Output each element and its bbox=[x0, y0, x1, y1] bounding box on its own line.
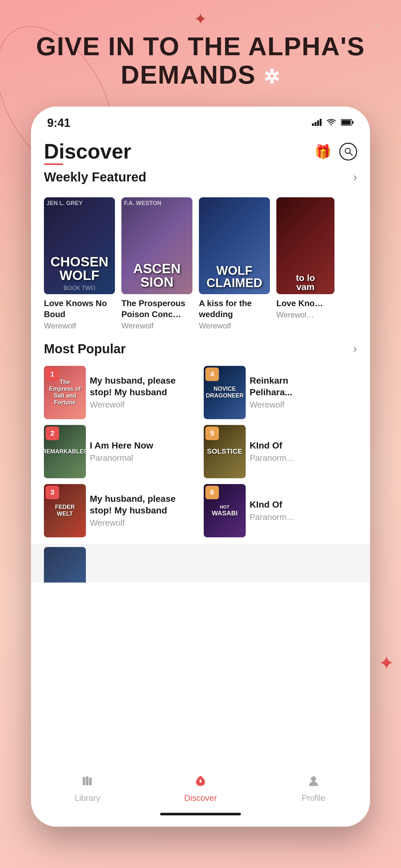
status-bar: 9:41 bbox=[31, 106, 370, 133]
popular-title-3: My husband, please stop! My husband bbox=[90, 493, 197, 517]
popular-item-3[interactable]: 3 FEDER WELT My husband, please stop! My… bbox=[44, 484, 197, 537]
most-popular-header: Most Popular › bbox=[44, 342, 357, 356]
most-popular-section: Most Popular › bbox=[31, 342, 370, 363]
featured-book-2-genre: Werewolf bbox=[121, 321, 192, 330]
book-cover-2: F.A. WESTON ASCENSION bbox=[121, 197, 192, 294]
signal-icon bbox=[312, 118, 321, 128]
featured-book-4-title: Love Kno… bbox=[276, 298, 335, 309]
popular-genre-2: Paranormal bbox=[90, 453, 197, 463]
popular-item-1[interactable]: 1 The Empress of Salt and Fortune My hus… bbox=[44, 366, 197, 419]
nav-library[interactable]: Library bbox=[31, 774, 144, 803]
weekly-featured-arrow[interactable]: › bbox=[353, 170, 357, 184]
svg-rect-9 bbox=[83, 777, 85, 785]
profile-icon bbox=[307, 774, 320, 790]
partial-book-cover bbox=[44, 547, 86, 583]
featured-book-2[interactable]: F.A. WESTON ASCENSION The Prosperous Poi… bbox=[121, 197, 192, 330]
popular-item-4[interactable]: 4 NOVICE DRAGONEER ReinkarnPelihara... W… bbox=[204, 366, 357, 419]
library-label: Library bbox=[74, 793, 100, 803]
popular-genre-4: Werewolf bbox=[250, 400, 357, 410]
featured-book-2-title: The Prosperous Poison Conc… bbox=[121, 298, 192, 320]
popular-genre-5: Paranorm… bbox=[250, 453, 357, 463]
svg-rect-10 bbox=[86, 776, 89, 785]
status-time: 9:41 bbox=[47, 116, 70, 130]
featured-book-4[interactable]: to lovam Love Kno… Werewol… bbox=[276, 197, 335, 330]
popular-info-2: I Am Here Now Paranormal bbox=[90, 440, 197, 463]
featured-book-1-genre: Werewolf bbox=[44, 321, 115, 330]
svg-rect-6 bbox=[352, 121, 353, 124]
svg-line-8 bbox=[350, 153, 352, 155]
nav-discover[interactable]: Discover bbox=[144, 774, 257, 803]
weekly-featured-title: Weekly Featured bbox=[44, 170, 146, 184]
rank-badge-1: 1 bbox=[45, 368, 59, 381]
wifi-icon bbox=[327, 118, 336, 128]
svg-rect-0 bbox=[312, 123, 314, 126]
home-indicator-area bbox=[31, 813, 370, 827]
app-header: Discover 🎁 bbox=[31, 133, 370, 170]
star-icon-bottom: ✦ bbox=[378, 652, 395, 674]
most-popular-title: Most Popular bbox=[44, 342, 126, 356]
featured-book-1[interactable]: JEN L. GREY CHOSENWOLF BOOK TWO Love Kno… bbox=[44, 197, 115, 330]
popular-info-4: ReinkarnPelihara... Werewolf bbox=[250, 375, 357, 410]
phone-frame: 9:41 bbox=[31, 106, 370, 827]
search-button[interactable] bbox=[339, 143, 357, 160]
popular-item-6[interactable]: 6 HOT WASABI KInd Of Paranorm… bbox=[204, 484, 357, 537]
featured-book-1-title: Love Knows No Boud bbox=[44, 298, 115, 320]
discover-icon bbox=[194, 774, 207, 790]
svg-rect-1 bbox=[314, 122, 316, 126]
star-icon-top: ✦ bbox=[194, 10, 207, 28]
featured-scroll-area[interactable]: JEN L. GREY CHOSENWOLF BOOK TWO Love Kno… bbox=[31, 197, 370, 338]
book-cover-3: WOLFCLAIMED bbox=[199, 197, 270, 294]
popular-genre-6: Paranorm… bbox=[250, 512, 357, 522]
nav-profile[interactable]: Profile bbox=[257, 774, 370, 803]
battery-icon bbox=[341, 118, 354, 128]
svg-rect-11 bbox=[89, 778, 92, 785]
book-cover-4: to lovam bbox=[276, 197, 335, 294]
popular-info-1: My husband, please stop! My husband Were… bbox=[90, 375, 197, 410]
weekly-featured-section: Weekly Featured › bbox=[31, 170, 370, 191]
page-title: Discover bbox=[44, 140, 131, 163]
featured-book-3[interactable]: WOLFCLAIMED A kiss for the wedding Werew… bbox=[199, 197, 270, 330]
popular-title-2: I Am Here Now bbox=[90, 440, 197, 452]
popular-title-6: KInd Of bbox=[250, 499, 357, 510]
svg-rect-5 bbox=[342, 120, 351, 125]
profile-label: Profile bbox=[302, 793, 326, 803]
svg-rect-2 bbox=[317, 120, 319, 126]
popular-item-5[interactable]: 5 SOLSTICE KInd Of Paranorm… bbox=[204, 425, 357, 478]
rank-badge-3: 3 bbox=[45, 486, 59, 499]
popular-title-1: My husband, please stop! My husband bbox=[90, 375, 197, 399]
bottom-nav: Library Discover Profile bbox=[31, 768, 370, 813]
svg-rect-3 bbox=[320, 119, 321, 126]
svg-rect-12 bbox=[199, 779, 202, 783]
popular-info-5: KInd Of Paranorm… bbox=[250, 440, 357, 463]
book-cover-1: JEN L. GREY CHOSENWOLF BOOK TWO bbox=[44, 197, 115, 294]
popular-title-4: ReinkarnPelihara... bbox=[250, 375, 357, 399]
rank-badge-4: 4 bbox=[205, 368, 219, 381]
hero-text: GIVE IN TO THE ALPHA'S DEMANDS ✲ bbox=[0, 32, 401, 89]
popular-row-3: 3 FEDER WELT My husband, please stop! My… bbox=[44, 484, 357, 537]
popular-row-2: 2 REMARKABLES I Am Here Now Paranormal 5 bbox=[44, 425, 357, 478]
home-indicator bbox=[160, 813, 241, 815]
popular-genre-3: Werewolf bbox=[90, 518, 197, 528]
featured-book-3-genre: Werewolf bbox=[199, 321, 270, 330]
partial-next-section bbox=[31, 544, 370, 583]
app-content: Discover 🎁 Weekly Featured › bbox=[31, 133, 370, 827]
popular-title-5: KInd Of bbox=[250, 440, 357, 452]
popular-items-container: 1 The Empress of Salt and Fortune My hus… bbox=[31, 366, 370, 537]
rank-badge-6: 6 bbox=[205, 486, 219, 499]
popular-info-3: My husband, please stop! My husband Were… bbox=[90, 493, 197, 528]
status-icons bbox=[312, 118, 354, 128]
popular-genre-1: Werewolf bbox=[90, 400, 197, 410]
discover-label: Discover bbox=[184, 793, 217, 803]
star-icon-right: ✦ bbox=[374, 20, 382, 31]
rank-badge-2: 2 bbox=[45, 427, 59, 440]
gift-icon[interactable]: 🎁 bbox=[314, 144, 331, 159]
rank-badge-5: 5 bbox=[205, 427, 219, 440]
spacer bbox=[31, 583, 370, 768]
most-popular-arrow[interactable]: › bbox=[353, 342, 357, 355]
featured-books-list: JEN L. GREY CHOSENWOLF BOOK TWO Love Kno… bbox=[44, 197, 357, 334]
featured-book-3-title: A kiss for the wedding bbox=[199, 298, 270, 320]
header-icons: 🎁 bbox=[314, 143, 357, 160]
featured-book-4-genre: Werewol… bbox=[276, 310, 335, 319]
svg-point-13 bbox=[311, 776, 316, 781]
popular-item-2[interactable]: 2 REMARKABLES I Am Here Now Paranormal bbox=[44, 425, 197, 478]
